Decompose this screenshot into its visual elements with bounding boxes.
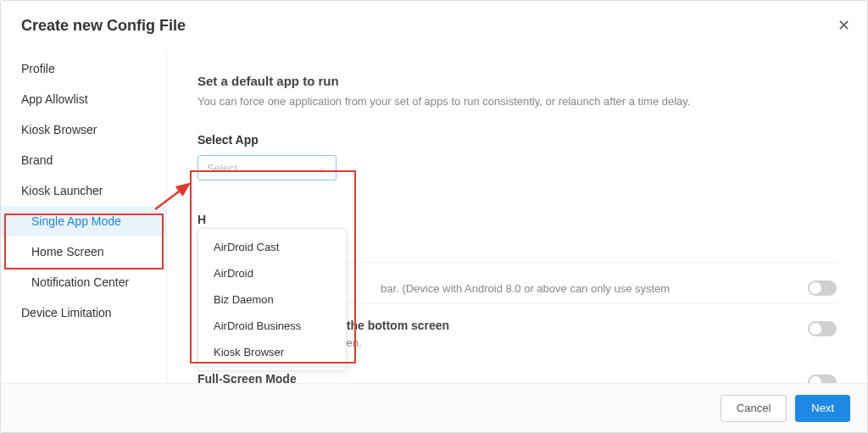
sidebar-item-profile[interactable]: Profile — [1, 53, 166, 84]
modal-title: Create new Config File — [21, 17, 186, 35]
select-app-dropdown-panel: AirDroid Cast AirDroid Biz Daemon AirDro… — [198, 228, 347, 371]
partial-obscured-heading: H — [198, 213, 206, 226]
next-button[interactable]: Next — [795, 395, 850, 422]
toggle-full-screen[interactable] — [808, 375, 837, 383]
setting-title-full-screen: Full-Screen Mode — [198, 372, 614, 383]
select-placeholder: Select — [207, 162, 237, 175]
sidebar-item-kiosk-browser[interactable]: Kiosk Browser — [1, 114, 166, 145]
section-desc: You can force one application from your … — [198, 95, 837, 108]
modal-footer: Cancel Next — [1, 383, 867, 432]
sidebar-item-kiosk-launcher[interactable]: Kiosk Launcher — [1, 175, 166, 206]
select-app-label: Select App — [198, 133, 837, 147]
modal-header: Create new Config File ✕ — [1, 1, 867, 50]
dropdown-item-kiosk-browser[interactable]: Kiosk Browser — [198, 339, 346, 365]
dropdown-item-airdroid[interactable]: AirDroid — [198, 260, 346, 286]
dropdown-item-biz-daemon[interactable]: Biz Daemon — [198, 286, 346, 313]
dropdown-item-airdroid-cast[interactable]: AirDroid Cast — [198, 234, 346, 260]
close-icon[interactable]: ✕ — [837, 16, 850, 35]
sidebar-item-device-limitation[interactable]: Device Limitation — [1, 297, 166, 328]
toggle-status-bar[interactable] — [808, 280, 837, 296]
toggle-nav-bar[interactable] — [808, 321, 837, 336]
sidebar: Profile App Allowlist Kiosk Browser Bran… — [1, 50, 167, 383]
sidebar-item-single-app-mode[interactable]: Single App Mode — [1, 206, 166, 236]
sidebar-item-home-screen[interactable]: Home Screen — [1, 236, 166, 267]
sidebar-item-notification-center[interactable]: Notification Center — [1, 267, 166, 297]
sidebar-item-brand[interactable]: Brand — [1, 145, 166, 175]
dropdown-item-airdroid-business[interactable]: AirDroid Business — [198, 313, 346, 339]
sidebar-item-app-allowlist[interactable]: App Allowlist — [1, 84, 166, 114]
select-app-dropdown[interactable]: Select ︿ — [198, 155, 337, 180]
chevron-up-icon: ︿ — [318, 162, 327, 175]
section-title: Set a default app to run — [198, 74, 837, 88]
cancel-button[interactable]: Cancel — [721, 395, 787, 422]
